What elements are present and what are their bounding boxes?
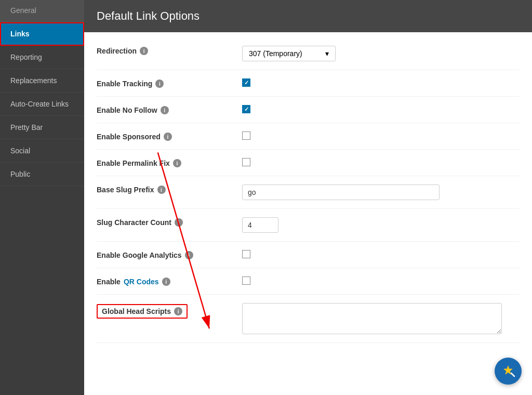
setting-label-global-head-scripts: Global Head Scripts i xyxy=(97,304,188,319)
setting-control-base-slug-prefix xyxy=(242,185,520,200)
sidebar: GeneralLinksReportingReplacementsAuto-Cr… xyxy=(0,0,84,395)
info-icon-enable-qr-codes[interactable]: i xyxy=(162,278,170,286)
setting-control-global-head-scripts xyxy=(242,303,520,334)
star-icon xyxy=(501,364,515,378)
textarea-global-head-scripts[interactable] xyxy=(242,303,502,334)
sidebar-item-reporting[interactable]: Reporting xyxy=(0,46,84,69)
setting-label-cell-enable-no-follow: Enable No Follow i xyxy=(97,105,242,114)
page-header: Default Link Options xyxy=(84,0,532,32)
settings-content: Redirection i307 (Temporary)▾Enable Trac… xyxy=(84,32,532,359)
checkbox-enable-qr-codes[interactable] xyxy=(242,276,250,285)
setting-label-cell-base-slug-prefix: Base Slug Prefix i xyxy=(97,185,242,194)
input-base-slug-prefix[interactable] xyxy=(242,185,440,200)
setting-row-global-head-scripts: Global Head Scripts i xyxy=(97,295,520,343)
checkbox-enable-sponsored[interactable] xyxy=(242,131,250,140)
setting-row-enable-google-analytics: Enable Google Analytics i xyxy=(97,242,520,268)
info-icon-global-head-scripts[interactable]: i xyxy=(174,307,182,315)
setting-row-enable-sponsored: Enable Sponsored i xyxy=(97,123,520,150)
setting-control-redirection: 307 (Temporary)▾ xyxy=(242,46,520,61)
sidebar-item-pretty-bar[interactable]: Pretty Bar xyxy=(0,116,84,139)
info-icon-enable-no-follow[interactable]: i xyxy=(161,106,169,114)
checkbox-enable-no-follow[interactable] xyxy=(242,105,250,113)
setting-label-cell-slug-character-count: Slug Character Count i xyxy=(97,217,242,227)
setting-label-cell-enable-sponsored: Enable Sponsored i xyxy=(97,131,242,141)
checkbox-enable-tracking[interactable] xyxy=(242,78,250,87)
setting-row-slug-character-count: Slug Character Count i xyxy=(97,209,520,242)
setting-control-enable-permalink-fix xyxy=(242,158,520,166)
setting-control-enable-qr-codes xyxy=(242,276,520,285)
info-icon-redirection[interactable]: i xyxy=(140,47,148,55)
input-slug-character-count[interactable] xyxy=(242,217,278,233)
setting-label-slug-character-count: Slug Character Count xyxy=(97,218,171,227)
info-icon-enable-tracking[interactable]: i xyxy=(155,80,164,88)
info-icon-slug-character-count[interactable]: i xyxy=(175,218,183,227)
sidebar-item-public[interactable]: Public xyxy=(0,163,84,186)
setting-row-enable-tracking: Enable Tracking i xyxy=(97,70,520,97)
setting-row-enable-no-follow: Enable No Follow i xyxy=(97,97,520,123)
setting-control-enable-sponsored xyxy=(242,131,520,140)
sidebar-item-links[interactable]: Links xyxy=(0,22,84,46)
setting-label-enable-tracking: Enable Tracking xyxy=(97,80,152,88)
sidebar-item-general[interactable]: General xyxy=(0,0,84,22)
setting-label-cell-global-head-scripts: Global Head Scripts i xyxy=(97,303,242,319)
setting-label-redirection: Redirection xyxy=(97,47,137,55)
checkbox-enable-google-analytics[interactable] xyxy=(242,250,250,258)
setting-label-cell-enable-google-analytics: Enable Google Analytics i xyxy=(97,250,242,259)
select-redirection[interactable]: 307 (Temporary)▾ xyxy=(242,46,336,61)
setting-row-base-slug-prefix: Base Slug Prefix i xyxy=(97,176,520,209)
qr-codes-link[interactable]: QR Codes xyxy=(124,278,159,286)
setting-label-cell-enable-tracking: Enable Tracking i xyxy=(97,78,242,88)
star-button[interactable] xyxy=(495,358,522,385)
info-icon-base-slug-prefix[interactable]: i xyxy=(157,186,166,194)
setting-label-cell-enable-permalink-fix: Enable Permalink Fix i xyxy=(97,158,242,167)
info-icon-enable-google-analytics[interactable]: i xyxy=(185,251,193,259)
setting-label-cell-redirection: Redirection i xyxy=(97,46,242,55)
setting-control-slug-character-count xyxy=(242,217,520,233)
setting-row-enable-permalink-fix: Enable Permalink Fix i xyxy=(97,150,520,176)
setting-label-cell-enable-qr-codes: Enable QR Codes i xyxy=(97,276,242,286)
sidebar-item-replacements[interactable]: Replacements xyxy=(0,69,84,93)
setting-label-enable-permalink-fix: Enable Permalink Fix xyxy=(97,159,170,167)
checkbox-enable-permalink-fix[interactable] xyxy=(242,158,250,166)
setting-control-enable-google-analytics xyxy=(242,250,520,258)
sidebar-item-social[interactable]: Social xyxy=(0,139,84,163)
setting-row-redirection: Redirection i307 (Temporary)▾ xyxy=(97,37,520,70)
page-title: Default Link Options xyxy=(97,9,520,23)
info-icon-enable-permalink-fix[interactable]: i xyxy=(173,159,181,167)
setting-control-enable-tracking xyxy=(242,78,520,87)
setting-label-enable-no-follow: Enable No Follow xyxy=(97,106,157,114)
setting-label-base-slug-prefix: Base Slug Prefix xyxy=(97,186,154,194)
main-content: Default Link Options Redirection i307 (T… xyxy=(84,0,532,395)
setting-row-enable-qr-codes: Enable QR Codes i xyxy=(97,268,520,295)
sidebar-item-auto-create-links[interactable]: Auto-Create Links xyxy=(0,93,84,116)
setting-label-enable-sponsored: Enable Sponsored xyxy=(97,133,161,141)
setting-label-enable-google-analytics: Enable Google Analytics xyxy=(97,251,182,259)
setting-control-enable-no-follow xyxy=(242,105,520,113)
info-icon-enable-sponsored[interactable]: i xyxy=(164,133,172,141)
